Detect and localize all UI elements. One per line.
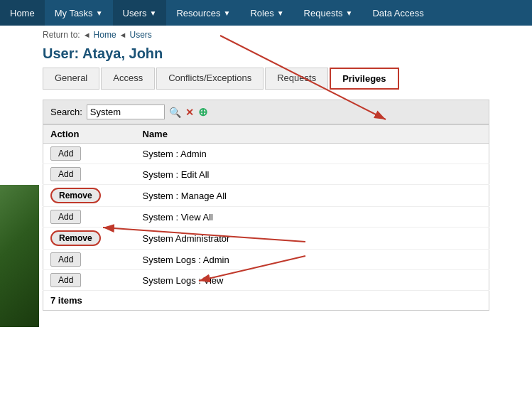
nav-item-roles[interactable]: Roles ▼: [240, 0, 293, 26]
table-row: AddSystem : Admin: [43, 144, 489, 164]
privilege-name: System : Manage All: [136, 185, 489, 207]
tab-general[interactable]: General: [43, 68, 99, 90]
action-cell: Add: [43, 164, 136, 185]
action-cell: Remove: [43, 228, 136, 250]
action-cell: Add: [43, 144, 136, 164]
breadcrumb-arrow-icon: ◄: [119, 31, 127, 39]
privilege-name: System Logs : Admin: [136, 250, 489, 270]
nav-item-users[interactable]: Users ▼: [113, 0, 167, 26]
dropdown-arrow-icon: ▼: [346, 9, 353, 17]
table-row: AddSystem : View All: [43, 207, 489, 228]
search-bar: Search: 🔍 ✕ ⊕: [43, 100, 489, 124]
privileges-table: Action Name AddSystem : AdminAddSystem :…: [43, 124, 489, 291]
remove-button[interactable]: Remove: [50, 188, 101, 203]
search-add-icon[interactable]: ⊕: [198, 105, 207, 119]
nav-item-dataaccess[interactable]: Data Access: [362, 0, 433, 26]
add-button[interactable]: Add: [50, 210, 81, 224]
page-title: User: Ataya, John: [0, 44, 532, 68]
nav-item-home[interactable]: Home: [0, 0, 45, 26]
add-button[interactable]: Add: [50, 273, 81, 287]
action-cell: Add: [43, 250, 136, 270]
breadcrumb: Return to: ◄ Home ◄ Users: [0, 26, 532, 44]
item-count: 7 items: [43, 291, 489, 311]
privilege-name: System Logs : View: [136, 270, 489, 291]
search-icon[interactable]: 🔍: [169, 107, 181, 118]
breadcrumb-arrow-icon: ◄: [83, 31, 91, 39]
privilege-name: System : Edit All: [136, 164, 489, 185]
nav-item-requests[interactable]: Requests ▼: [294, 0, 363, 26]
dropdown-arrow-icon: ▼: [149, 9, 156, 17]
dropdown-arrow-icon: ▼: [224, 9, 231, 17]
breadcrumb-users[interactable]: Users: [130, 30, 152, 40]
nav-item-resources[interactable]: Resources ▼: [166, 0, 240, 26]
remove-button[interactable]: Remove: [50, 230, 101, 246]
tab-access[interactable]: Access: [101, 68, 155, 90]
tab-privileges[interactable]: Privileges: [330, 68, 398, 90]
top-navigation: Home My Tasks ▼ Users ▼ Resources ▼ Role…: [0, 0, 532, 26]
privilege-name: System : View All: [136, 207, 489, 228]
table-row: AddSystem Logs : View: [43, 270, 489, 291]
table-row: AddSystem Logs : Admin: [43, 250, 489, 270]
search-label: Search:: [50, 107, 82, 117]
tab-requests[interactable]: Requests: [265, 68, 328, 90]
dropdown-arrow-icon: ▼: [96, 9, 103, 17]
add-button[interactable]: Add: [50, 146, 81, 161]
add-button[interactable]: Add: [50, 167, 81, 181]
breadcrumb-home[interactable]: Home: [94, 30, 116, 40]
search-input[interactable]: [87, 105, 165, 119]
return-label: Return to:: [43, 30, 80, 40]
privilege-name: System : Admin: [136, 144, 489, 164]
tab-conflicts[interactable]: Conflicts/Exceptions: [156, 68, 264, 90]
col-name: Name: [136, 125, 489, 144]
action-cell: Add: [43, 270, 136, 291]
privilege-name: System Administrator: [136, 228, 489, 250]
dropdown-arrow-icon: ▼: [277, 9, 284, 17]
nav-item-mytasks[interactable]: My Tasks ▼: [45, 0, 113, 26]
search-clear-icon[interactable]: ✕: [185, 107, 194, 118]
add-button[interactable]: Add: [50, 252, 81, 267]
table-row: RemoveSystem : Manage All: [43, 185, 489, 207]
table-row: RemoveSystem Administrator: [43, 228, 489, 250]
table-row: AddSystem : Edit All: [43, 164, 489, 185]
tab-bar: General Access Conflicts/Exceptions Requ…: [0, 68, 532, 90]
action-cell: Add: [43, 207, 136, 228]
col-action: Action: [43, 125, 136, 144]
action-cell: Remove: [43, 185, 136, 207]
